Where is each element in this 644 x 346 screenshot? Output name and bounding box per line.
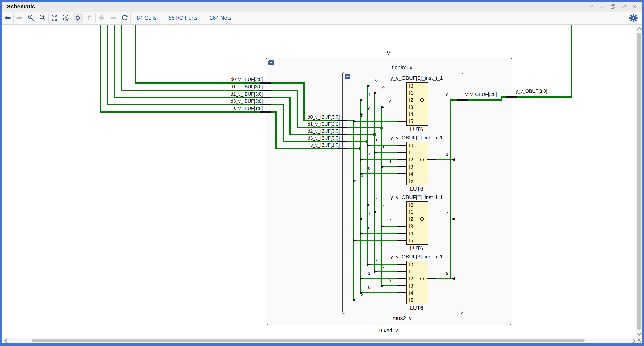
- scroll-up-icon[interactable]: [637, 27, 642, 32]
- bus-wire[interactable]: [570, 25, 572, 97]
- bus-wire[interactable]: [360, 100, 361, 293]
- bus-index-label: 2: [389, 218, 392, 223]
- scroll-right-icon[interactable]: [630, 338, 635, 343]
- minimize-icon[interactable]: [598, 2, 606, 11]
- bus-index-label: 1: [368, 271, 370, 276]
- lut-pin-stub: [397, 233, 406, 234]
- net-wire[interactable]: [360, 233, 397, 234]
- horizontal-scrollbar[interactable]: [2, 338, 636, 344]
- horizontal-scroll-thumb[interactable]: [32, 339, 585, 343]
- net-wire[interactable]: [353, 300, 397, 300]
- bus-index-label: 3: [361, 292, 364, 297]
- bus-wire[interactable]: [352, 120, 354, 300]
- vertical-scrollbar[interactable]: [636, 24, 642, 338]
- net-wire[interactable]: [360, 173, 397, 174]
- corner-grip[interactable]: [636, 338, 642, 343]
- scroll-down-icon[interactable]: [637, 331, 642, 336]
- bus-index-label: 1: [368, 152, 370, 156]
- remove-icon[interactable]: [108, 13, 119, 23]
- lut-pin-stub: [427, 278, 436, 279]
- net-wire[interactable]: [353, 240, 397, 241]
- schematic-canvas[interactable]: Vmux4_vfinalmuxmux2_vd0_v_IBUF[3:0]d0_v_…: [2, 24, 636, 338]
- bus-index-label: 2: [382, 204, 384, 209]
- forward-icon[interactable]: [14, 13, 25, 23]
- lut-port-label: I2: [409, 157, 413, 163]
- net-wire[interactable]: [436, 100, 450, 100]
- expand-cone-icon[interactable]: [84, 13, 96, 23]
- vertical-scroll-thumb[interactable]: [637, 32, 641, 330]
- net-wire[interactable]: [374, 212, 397, 212]
- net-wire[interactable]: [360, 293, 397, 293]
- bus-wire[interactable]: [275, 148, 361, 149]
- bus-tap-arrow: [367, 144, 370, 147]
- toolbar-separator: [72, 13, 72, 22]
- bus-wire[interactable]: [282, 105, 284, 142]
- bus-wire[interactable]: [450, 99, 451, 279]
- net-wire[interactable]: [436, 219, 450, 220]
- net-label: s_v_IBUF[1:0]: [310, 142, 340, 148]
- bus-tap-arrow: [374, 211, 377, 213]
- bus-wire[interactable]: [121, 25, 122, 91]
- net-wire[interactable]: [436, 159, 450, 160]
- net-wire[interactable]: [436, 278, 450, 279]
- restore-icon[interactable]: [609, 2, 617, 11]
- net-wire[interactable]: [374, 93, 397, 93]
- bus-wire[interactable]: [100, 25, 101, 113]
- lut-pin-stub: [397, 205, 406, 205]
- net-crossing-stub: [337, 148, 347, 149]
- autofit-selection-icon[interactable]: [73, 13, 83, 23]
- bus-wire[interactable]: [297, 90, 298, 128]
- bus-index-label: 0: [368, 285, 370, 290]
- lut-instance-title: y_v_OBUF[3]_inst_i_1: [390, 254, 443, 260]
- refresh-icon[interactable]: [119, 13, 130, 23]
- bus-wire[interactable]: [289, 134, 375, 135]
- lut-output-port-label: O: [420, 157, 424, 163]
- bus-wire[interactable]: [303, 83, 305, 121]
- net-label: d3_v_IBUF[3:0]: [308, 135, 340, 141]
- zoom-out-icon[interactable]: [37, 13, 48, 23]
- bus-tap-arrow: [381, 285, 384, 287]
- bus-wire[interactable]: [289, 97, 290, 135]
- window-title: Schematic: [7, 3, 35, 10]
- bus-wire[interactable]: [107, 104, 284, 105]
- net-wire[interactable]: [353, 121, 397, 122]
- zoom-fit-icon[interactable]: [49, 13, 60, 23]
- bus-wire[interactable]: [121, 89, 298, 91]
- net-crossing-stub: [457, 99, 468, 101]
- lut-port-label: I3: [409, 164, 413, 170]
- back-icon[interactable]: [2, 13, 13, 23]
- add-icon[interactable]: [96, 13, 107, 23]
- net-wire[interactable]: [374, 152, 397, 153]
- bus-wire[interactable]: [275, 112, 276, 149]
- net-wire[interactable]: [374, 271, 397, 272]
- net-crossing-stub: [260, 104, 271, 105]
- bus-wire[interactable]: [100, 111, 276, 113]
- bus-wire[interactable]: [114, 25, 115, 98]
- gear-icon[interactable]: [628, 13, 638, 23]
- lut-pin-stub: [397, 100, 406, 100]
- scroll-left-icon[interactable]: [4, 338, 9, 343]
- bus-wire[interactable]: [374, 93, 375, 272]
- bus-wire[interactable]: [107, 25, 108, 105]
- zoom-in-icon[interactable]: [25, 13, 37, 23]
- toolbar-separator: [130, 13, 131, 22]
- io-ports-link[interactable]: 66 I/O Ports: [169, 15, 198, 21]
- bus-index-label: 3: [375, 257, 378, 262]
- bus-wire[interactable]: [367, 86, 368, 265]
- output-tap-arrow: [451, 218, 454, 221]
- net-crossing-stub: [260, 89, 271, 91]
- collapse-button[interactable]: [345, 74, 350, 79]
- nets-link[interactable]: 264 Nets: [210, 15, 232, 21]
- bus-wire[interactable]: [135, 82, 305, 84]
- bus-wire[interactable]: [282, 141, 368, 142]
- float-icon[interactable]: [620, 2, 628, 11]
- help-icon[interactable]: ?: [587, 2, 595, 11]
- bus-wire[interactable]: [381, 107, 382, 286]
- cells-link[interactable]: 84 Cells: [137, 15, 156, 21]
- collapse-button[interactable]: [268, 60, 274, 65]
- zoom-selection-icon[interactable]: [60, 13, 72, 23]
- net-wire[interactable]: [353, 181, 397, 181]
- net-wire[interactable]: [360, 114, 397, 114]
- bus-wire[interactable]: [135, 25, 136, 84]
- close-icon[interactable]: [631, 2, 639, 11]
